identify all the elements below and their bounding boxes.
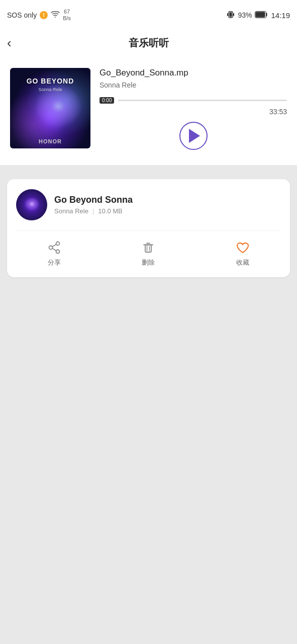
delete-button[interactable]: 删除 xyxy=(141,240,156,267)
play-triangle-icon xyxy=(189,129,200,143)
favorite-label: 收藏 xyxy=(236,258,249,267)
svg-rect-6 xyxy=(256,12,265,17)
play-button[interactable] xyxy=(179,122,208,150)
exclamation-icon: ! xyxy=(40,11,48,19)
music-card: Go Beyond Sonna Sonna Rele | 10.0 MB 分享 xyxy=(7,179,290,277)
card-album-cover xyxy=(16,189,47,220)
progress-container: 0:00 33:53 xyxy=(100,97,287,116)
card-info: Go Beyond Sonna Sonna Rele | 10.0 MB xyxy=(54,195,281,215)
card-file-size: 10.0 MB xyxy=(98,207,122,215)
favorite-icon xyxy=(235,240,250,255)
delete-label: 删除 xyxy=(142,258,155,267)
svg-rect-2 xyxy=(230,12,232,17)
svg-rect-12 xyxy=(145,245,151,252)
svg-rect-3 xyxy=(227,13,228,16)
status-left: SOS only ! 67 B/s xyxy=(7,9,71,22)
share-icon xyxy=(47,240,62,255)
card-actions: 分享 删除 收藏 xyxy=(7,231,290,277)
progress-bar-wrapper: 0:00 xyxy=(100,97,287,104)
top-navigation: ‹ 音乐听听 xyxy=(0,29,297,58)
progress-bar[interactable] xyxy=(118,100,287,101)
album-art-bg: GO BEYOND Sonna Rele HONOR xyxy=(10,68,90,148)
card-artist: Sonna Rele xyxy=(54,207,88,215)
battery-percent: 93% xyxy=(238,11,252,19)
svg-line-10 xyxy=(52,245,56,247)
track-name: Go_Beyond_Sonna.mp xyxy=(100,68,287,78)
sos-text: SOS only xyxy=(7,11,37,19)
share-label: 分享 xyxy=(48,258,61,267)
album-cover: GO BEYOND Sonna Rele HONOR xyxy=(10,68,90,148)
delete-icon xyxy=(141,240,156,255)
current-time-badge: 0:00 xyxy=(100,97,114,104)
card-separator: | xyxy=(92,207,94,215)
player-info: Go_Beyond_Sonna.mp Sonna Rele 0:00 33:53 xyxy=(100,68,287,150)
track-duration: 33:53 xyxy=(100,108,287,116)
card-track-title: Go Beyond Sonna xyxy=(54,195,281,205)
status-bar: SOS only ! 67 B/s 93% xyxy=(0,0,297,29)
network-speed: 67 B/s xyxy=(63,9,71,22)
share-button[interactable]: 分享 xyxy=(47,240,62,267)
card-meta: Sonna Rele | 10.0 MB xyxy=(54,207,281,215)
favorite-button[interactable]: 收藏 xyxy=(235,240,250,267)
svg-line-11 xyxy=(52,249,56,251)
svg-point-0 xyxy=(55,17,56,18)
album-subtitle-text: Sonna Rele xyxy=(10,87,90,92)
player-section: GO BEYOND Sonna Rele HONOR Go_Beyond_Son… xyxy=(0,58,297,165)
wifi-icon xyxy=(51,11,60,20)
card-album-art xyxy=(16,189,47,220)
svg-point-8 xyxy=(49,246,52,250)
page-title: 音乐听听 xyxy=(129,36,169,50)
svg-point-9 xyxy=(56,250,59,254)
vibrate-icon xyxy=(227,11,235,20)
album-title-text: GO BEYOND xyxy=(10,77,90,85)
card-main: Go Beyond Sonna Sonna Rele | 10.0 MB xyxy=(7,179,290,230)
album-label-text: HONOR xyxy=(10,138,90,144)
svg-point-7 xyxy=(56,242,59,246)
player-artist-name: Sonna Rele xyxy=(100,81,287,89)
svg-rect-4 xyxy=(233,13,234,16)
status-right: 93% 14:19 xyxy=(227,11,290,20)
battery-icon xyxy=(255,11,268,20)
time-display: 14:19 xyxy=(271,11,290,20)
back-button[interactable]: ‹ xyxy=(7,35,12,51)
section-divider xyxy=(0,165,297,171)
